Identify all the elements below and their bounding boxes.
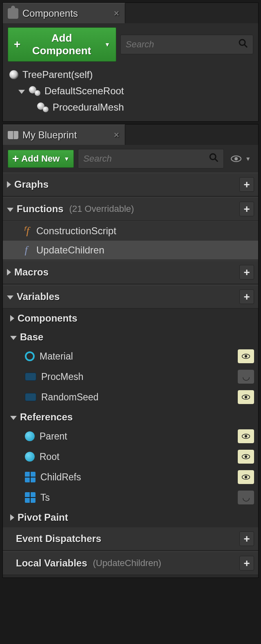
object-var-icon	[25, 373, 36, 381]
variable-item[interactable]: Parent	[3, 426, 258, 446]
add-function-button[interactable]: +	[239, 202, 254, 216]
function-item[interactable]: ᶠf ConstructionScript	[3, 221, 258, 240]
functions-header[interactable]: Functions (21 Overridable) +	[3, 197, 258, 221]
blueprint-tab-icon	[8, 131, 18, 139]
expand-arrow-icon	[10, 336, 17, 340]
visibility-toggle[interactable]	[238, 349, 254, 363]
visibility-toggle[interactable]	[238, 390, 254, 404]
variables-header[interactable]: Variables +	[3, 285, 258, 309]
components-body: + Add Component ▼ TreeParent(self) Defau…	[3, 23, 258, 121]
blueprint-search[interactable]	[78, 149, 224, 169]
svg-point-15	[245, 476, 247, 478]
component-root-row[interactable]: TreeParent(self)	[8, 67, 253, 83]
dispatchers-label: Event Dispatchers	[16, 533, 101, 544]
visibility-toggle[interactable]: ◡	[238, 370, 254, 384]
chevron-down-icon: ▼	[64, 155, 69, 162]
var-group-base[interactable]: Base	[3, 328, 258, 346]
visibility-toggle[interactable]	[238, 429, 254, 443]
expand-arrow-icon[interactable]	[18, 90, 25, 94]
blueprint-tabbar: My Blueprint ×	[3, 124, 258, 145]
blueprint-toolbar: + Add New ▼ ▼	[8, 149, 253, 169]
component-tree: TreeParent(self) DefaultSceneRoot Proced…	[8, 67, 253, 115]
blueprint-search-input[interactable]	[83, 153, 209, 164]
close-icon[interactable]: ×	[114, 8, 119, 19]
search-icon	[238, 38, 248, 51]
variable-item[interactable]: RandomSeed	[3, 387, 258, 407]
graphs-label: Graphs	[14, 179, 49, 190]
macros-header[interactable]: Macros +	[3, 260, 258, 284]
var-group-components[interactable]: Components	[3, 309, 258, 327]
chevron-down-icon: ▼	[245, 155, 251, 162]
variable-item[interactable]: Material	[3, 346, 258, 366]
add-macro-button[interactable]: +	[239, 265, 254, 280]
component-child-row[interactable]: ProceduralMesh	[8, 99, 253, 115]
actor-ref-var-icon	[25, 452, 35, 462]
add-variable-button[interactable]: +	[239, 289, 254, 304]
function-icon: f	[21, 244, 31, 256]
components-search[interactable]	[120, 35, 253, 54]
var-group-references[interactable]: References	[3, 408, 258, 426]
components-search-input[interactable]	[126, 39, 238, 50]
add-component-label: Add Component	[23, 32, 100, 57]
svg-point-11	[245, 435, 247, 437]
add-dispatcher-button[interactable]: +	[239, 531, 254, 546]
variable-name: Root	[40, 451, 60, 462]
var-group-label: Pivot Paint	[18, 512, 68, 523]
expand-arrow-icon	[7, 295, 13, 300]
svg-point-7	[245, 355, 247, 358]
add-new-button[interactable]: + Add New ▼	[8, 150, 74, 168]
visibility-toggle[interactable]	[238, 450, 254, 464]
add-graph-button[interactable]: +	[239, 177, 254, 192]
component-scene-root-row[interactable]: DefaultSceneRoot	[8, 83, 253, 99]
components-tabbar: Components ×	[3, 3, 258, 23]
actor-icon	[9, 70, 18, 79]
svg-point-5	[234, 157, 238, 160]
locals-label: Local Variables	[16, 557, 87, 569]
graphs-header[interactable]: Graphs +	[3, 173, 258, 196]
chevron-down-icon: ▼	[104, 41, 110, 48]
variable-item[interactable]: ProcMesh ◡	[3, 366, 258, 387]
collapse-arrow-icon	[10, 315, 14, 322]
functions-label: Functions	[17, 203, 64, 215]
add-new-label: Add New	[21, 153, 60, 164]
svg-point-0	[239, 40, 245, 45]
visibility-toggle[interactable]: ◡	[238, 491, 254, 504]
variable-item[interactable]: Root	[3, 446, 258, 467]
scene-component-icon	[29, 86, 40, 96]
view-options-button[interactable]: ▼	[228, 155, 253, 163]
add-component-button[interactable]: + Add Component ▼	[8, 27, 116, 62]
locals-header[interactable]: Local Variables (UpdateChildren) +	[3, 551, 258, 575]
locals-sublabel: (UpdateChildren)	[93, 558, 161, 568]
blueprint-tab[interactable]: My Blueprint ×	[3, 124, 125, 145]
var-group-pivot[interactable]: Pivot Paint	[3, 509, 258, 526]
svg-point-2	[210, 154, 216, 160]
add-local-button[interactable]: +	[239, 556, 254, 571]
visibility-toggle[interactable]	[238, 470, 254, 484]
variable-item[interactable]: ChildRefs	[3, 467, 258, 487]
var-group-label: Base	[20, 331, 43, 343]
blueprint-sections: Graphs + Functions (21 Overridable) + ᶠf…	[3, 173, 258, 577]
material-var-icon	[25, 351, 35, 361]
construction-function-icon: ᶠf	[21, 224, 31, 237]
scene-component-icon	[37, 102, 49, 112]
component-scene-root-label: DefaultSceneRoot	[44, 85, 124, 97]
components-tab[interactable]: Components ×	[3, 3, 125, 23]
blueprint-toolbar-row: + Add New ▼ ▼	[3, 145, 258, 172]
variable-item[interactable]: Ts ◡	[3, 487, 258, 508]
function-name: ConstructionScript	[36, 225, 116, 237]
components-panel: Components × + Add Component ▼ TreeParen…	[2, 2, 259, 122]
dispatchers-header[interactable]: Event Dispatchers +	[3, 527, 258, 551]
object-var-icon	[25, 393, 36, 401]
actor-ref-var-icon	[25, 431, 35, 441]
close-icon[interactable]: ×	[114, 130, 119, 140]
function-item[interactable]: f UpdateChildren	[3, 240, 258, 260]
svg-line-3	[215, 159, 218, 162]
components-toolbar: + Add Component ▼	[8, 27, 253, 62]
variable-name: ProcMesh	[41, 371, 84, 382]
function-name: UpdateChildren	[36, 244, 104, 256]
collapse-arrow-icon	[10, 514, 14, 521]
svg-line-1	[244, 44, 247, 47]
component-child-label: ProceduralMesh	[53, 102, 124, 113]
svg-point-13	[245, 455, 247, 458]
collapse-arrow-icon	[7, 181, 11, 188]
